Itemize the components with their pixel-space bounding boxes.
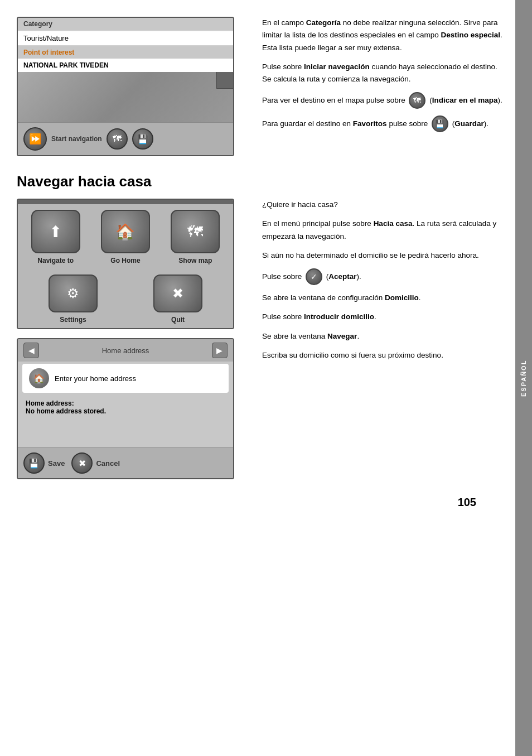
quit-label: Quit xyxy=(171,316,185,324)
text-p4: Para guardar el destino en Favoritos pul… xyxy=(262,115,504,132)
go-home-btn[interactable]: 🏠 xyxy=(101,210,150,253)
save-icon-btn[interactable]: 💾 xyxy=(132,128,153,150)
text-b2: En el menú principal pulse sobre Hacia c… xyxy=(262,218,504,243)
nav-item-map[interactable]: 🗺 Show map xyxy=(163,210,228,264)
nav-item-home[interactable]: 🏠 Go Home xyxy=(93,210,157,264)
nav-item-quit[interactable]: ✖ Quit xyxy=(128,275,228,324)
go-home-label: Go Home xyxy=(110,257,140,264)
home-addr-bottom-bar: 💾 Save ✖ Cancel xyxy=(18,447,233,478)
nav-grid-top: ⬆ Navigate to 🏠 Go Home 🗺 Show map xyxy=(18,204,233,270)
nav-item-settings[interactable]: ⚙ Settings xyxy=(23,275,123,324)
addr-next-btn[interactable]: ▶ xyxy=(212,343,228,358)
navigate-to-label: Navigate to xyxy=(37,257,74,264)
category-value: Tourist/Nature xyxy=(18,31,233,45)
home-addr-spacer xyxy=(18,420,233,447)
map-inline-icon: 🗺 xyxy=(409,92,425,109)
text-b8: Escriba su domicilio como si fuera su pr… xyxy=(262,349,504,362)
cancel-label: Cancel xyxy=(96,459,120,468)
settings-btn[interactable]: ⚙ xyxy=(49,275,98,312)
quit-btn[interactable]: ✖ xyxy=(153,275,202,312)
home-addr-info-label: Home address: xyxy=(26,399,225,407)
home-addr-info-value: No home address stored. xyxy=(26,407,225,415)
addr-prev-btn[interactable]: ◀ xyxy=(23,343,39,358)
poi-label: Point of interest xyxy=(18,46,233,59)
navigate-to-btn[interactable]: ⬆ xyxy=(31,210,80,253)
map-overlay xyxy=(216,72,233,89)
text-p1: En el campo Categoría no debe realizar n… xyxy=(262,17,504,54)
map-icon-btn[interactable]: 🗺 xyxy=(107,128,128,150)
sidebar-label: ESPAÑOL xyxy=(520,359,527,396)
start-nav-icon[interactable]: ⏩ xyxy=(23,127,47,151)
show-map-label: Show map xyxy=(178,257,212,264)
text-b7: Se abre la ventana Navegar. xyxy=(262,330,504,343)
map-preview xyxy=(18,72,233,122)
text-b6: Pulse sobre Introducir domicilio. xyxy=(262,311,504,323)
nav-top-bar xyxy=(18,200,233,204)
home-addr-top-bar: ◀ Home address ▶ xyxy=(18,339,233,362)
right-text-bottom: ¿Quiere ir hacia casa? En el menú princi… xyxy=(262,199,504,479)
nav-menu-box: ⬆ Navigate to 🏠 Go Home 🗺 Show map xyxy=(17,199,234,329)
addr-title: Home address xyxy=(102,346,149,355)
settings-label: Settings xyxy=(60,316,86,324)
section-heading: Navegar hacia casa xyxy=(17,173,504,190)
text-b5: Se abre la ventana de configuración Domi… xyxy=(262,292,504,304)
enter-home-text: Enter your home address xyxy=(55,374,136,383)
nav-grid-bottom: ⚙ Settings ✖ Quit xyxy=(18,270,233,328)
save-btn-group[interactable]: 💾 Save xyxy=(23,452,65,474)
accept-inline-icon: ✓ xyxy=(306,268,322,285)
cancel-icon[interactable]: ✖ xyxy=(71,452,93,474)
cancel-btn-group[interactable]: ✖ Cancel xyxy=(71,452,120,474)
text-b1: ¿Quiere ir hacia casa? xyxy=(262,199,504,211)
show-map-btn[interactable]: 🗺 xyxy=(171,210,220,253)
language-sidebar: ESPAÑOL xyxy=(515,0,532,756)
text-b4: Pulse sobre ✓ (Aceptar). xyxy=(262,268,504,285)
enter-home-icon: 🏠 xyxy=(29,368,49,388)
text-p3: Para ver el destino en el mapa pulse sob… xyxy=(262,92,504,109)
category-label: Category xyxy=(18,18,233,30)
save-icon[interactable]: 💾 xyxy=(23,452,45,474)
start-nav-label: Start navigation xyxy=(51,135,102,143)
right-text-top: En el campo Categoría no debe realizar n… xyxy=(262,17,504,156)
enter-home-row[interactable]: 🏠 Enter your home address xyxy=(22,364,229,393)
category-ui-box: Category Tourist/Nature Point of interes… xyxy=(17,17,234,156)
bottom-bar: ⏩ Start navigation 🗺 💾 xyxy=(18,122,233,155)
text-b3: Si aún no ha determinado el domicilio se… xyxy=(262,249,504,262)
nav-item-navigate[interactable]: ⬆ Navigate to xyxy=(23,210,88,264)
text-p2: Pulse sobre Iniciar navegación cuando ha… xyxy=(262,61,504,86)
save-inline-icon: 💾 xyxy=(432,115,448,132)
save-label: Save xyxy=(48,459,65,468)
page-number: 105 xyxy=(458,496,476,509)
home-addr-info: Home address: No home address stored. xyxy=(18,395,233,420)
home-address-box: ◀ Home address ▶ 🏠 Enter your home addre… xyxy=(17,338,234,479)
poi-value: NATIONAL PARK TIVEDEN xyxy=(18,59,233,72)
